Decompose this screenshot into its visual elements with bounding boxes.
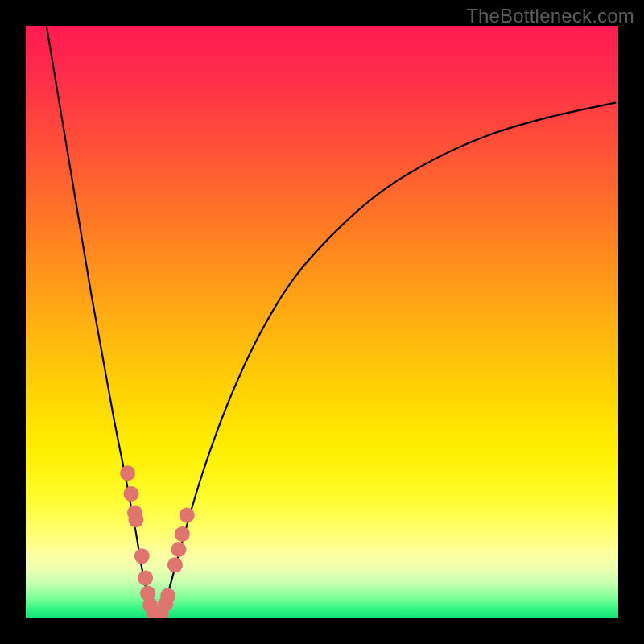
highlight-dot [175, 526, 190, 542]
highlight-dot [120, 465, 135, 481]
watermark-text: TheBottleneck.com [466, 5, 634, 27]
highlight-dot [180, 507, 195, 522]
highlight-dot [128, 512, 143, 527]
highlight-dot [138, 570, 153, 585]
chart-frame: TheBottleneck.com [0, 0, 644, 644]
highlight-dot [124, 486, 139, 502]
highlight-dots [26, 26, 618, 618]
plot-area [26, 26, 618, 618]
highlight-dot [171, 542, 186, 557]
highlight-dot [134, 548, 150, 564]
highlight-dot [160, 588, 175, 604]
highlight-dot [167, 557, 183, 572]
